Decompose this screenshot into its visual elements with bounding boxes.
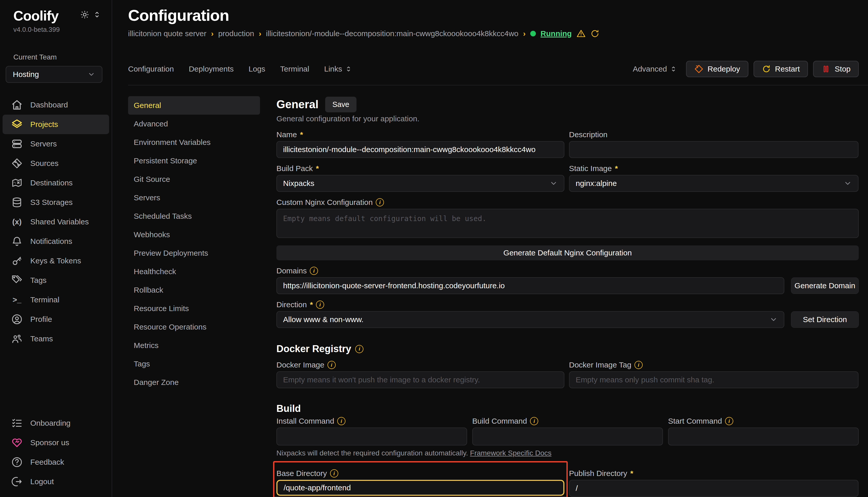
- sidebar-item-onboarding[interactable]: Onboarding: [3, 413, 109, 433]
- team-select[interactable]: Hosting: [6, 66, 102, 83]
- sidebar-item-shared-variables[interactable]: (x) Shared Variables: [3, 212, 109, 231]
- info-icon[interactable]: i: [328, 361, 336, 369]
- main-area: Configuration illicitonion quote server …: [112, 0, 868, 497]
- breadcrumb-application[interactable]: illicitestonion/-module--decomposition:m…: [266, 29, 519, 38]
- breadcrumb-project[interactable]: illicitonion quote server: [128, 29, 206, 38]
- tab-links[interactable]: Links: [324, 65, 353, 73]
- sun-icon[interactable]: [80, 10, 89, 19]
- sidebar-item-destinations[interactable]: Destinations: [3, 173, 109, 193]
- home-icon: [11, 99, 23, 111]
- subnav-item-preview-deployments[interactable]: Preview Deployments: [128, 244, 260, 262]
- name-label: Name*: [276, 130, 564, 139]
- sidebar-item-teams[interactable]: Teams: [3, 329, 109, 349]
- sidebar-item-profile[interactable]: Profile: [3, 310, 109, 329]
- stop-button[interactable]: Stop: [813, 61, 859, 77]
- subnav-item-servers[interactable]: Servers: [128, 188, 260, 207]
- subnav-item-advanced[interactable]: Advanced: [128, 115, 260, 133]
- breadcrumb-separator: ›: [211, 29, 213, 38]
- sidebar-item-label: Keys & Tokens: [30, 256, 81, 265]
- sidebar-item-tags[interactable]: Tags: [3, 271, 109, 290]
- sidebar-item-sponsor-us[interactable]: Sponsor us: [3, 433, 109, 452]
- subnav-item-persistent-storage[interactable]: Persistent Storage: [128, 152, 260, 170]
- framework-docs-link[interactable]: Framework Specific Docs: [470, 449, 551, 457]
- sidebar-item-servers[interactable]: Servers: [3, 134, 109, 154]
- install-command-input[interactable]: [276, 427, 467, 445]
- info-icon[interactable]: i: [355, 345, 363, 353]
- sidebar-item-keys-tokens[interactable]: Keys & Tokens: [3, 251, 109, 271]
- build-pack-value: Nixpacks: [283, 179, 314, 188]
- restart-button[interactable]: Restart: [754, 61, 808, 77]
- subnav-item-resource-limits[interactable]: Resource Limits: [128, 299, 260, 318]
- warning-icon[interactable]: [576, 29, 586, 38]
- direction-select[interactable]: Allow www & non-www.: [276, 311, 784, 328]
- sidebar-item-terminal[interactable]: >_ Terminal: [3, 290, 109, 310]
- subnav-item-healthcheck[interactable]: Healthcheck: [128, 262, 260, 281]
- subnav-item-environment-variables[interactable]: Environment Variables: [128, 133, 260, 152]
- sidebar-item-dashboard[interactable]: Dashboard: [3, 95, 109, 115]
- general-form: General Save General configuration for y…: [276, 96, 859, 497]
- description-input[interactable]: [569, 141, 858, 158]
- docker-image-tag-input[interactable]: [569, 371, 858, 388]
- tab-configuration[interactable]: Configuration: [128, 65, 174, 73]
- sidebar-item-s3-storages[interactable]: S3 Storages: [3, 193, 109, 212]
- subnav-item-resource-operations[interactable]: Resource Operations: [128, 318, 260, 336]
- sidebar-item-logout[interactable]: Logout: [3, 472, 109, 491]
- refresh-icon[interactable]: [590, 29, 600, 38]
- breadcrumb-environment[interactable]: production: [218, 29, 254, 38]
- save-button[interactable]: Save: [325, 97, 357, 112]
- subnav-item-webhooks[interactable]: Webhooks: [128, 225, 260, 244]
- subnav-item-rollback[interactable]: Rollback: [128, 281, 260, 299]
- build-pack-select[interactable]: Nixpacks: [276, 175, 564, 192]
- sidebar: Coolify v4.0.0-beta.399 Current Team Hos…: [0, 0, 112, 497]
- brand-logo[interactable]: Coolify: [13, 8, 58, 24]
- logo-row: Coolify: [0, 0, 112, 24]
- sidebar-item-notifications[interactable]: Notifications: [3, 231, 109, 251]
- docker-image-input[interactable]: [276, 371, 564, 388]
- info-icon[interactable]: i: [330, 469, 338, 478]
- domains-input[interactable]: [276, 277, 784, 294]
- header-actions: Advanced Redeploy Restart Stop: [633, 61, 859, 77]
- info-icon[interactable]: i: [310, 267, 318, 275]
- sidebar-item-projects[interactable]: Projects: [3, 115, 109, 134]
- redeploy-button[interactable]: Redeploy: [686, 61, 748, 77]
- subnav-item-metrics[interactable]: Metrics: [128, 336, 260, 355]
- build-command-input[interactable]: [472, 427, 663, 445]
- info-icon[interactable]: i: [376, 198, 384, 207]
- generate-domain-button[interactable]: Generate Domain: [791, 278, 859, 294]
- section-heading-general: General: [276, 98, 318, 111]
- chevrons-up-down-icon: [345, 65, 353, 73]
- subnav-item-general[interactable]: General: [128, 96, 260, 115]
- sidebar-item-feedback[interactable]: Feedback: [3, 452, 109, 472]
- generate-nginx-button[interactable]: Generate Default Nginx Configuration: [276, 245, 859, 260]
- info-icon[interactable]: i: [316, 301, 324, 309]
- publish-directory-input[interactable]: [569, 480, 858, 497]
- sidebar-item-sources[interactable]: Sources: [3, 154, 109, 173]
- info-icon[interactable]: i: [725, 417, 733, 425]
- info-icon[interactable]: i: [337, 417, 345, 425]
- tab-deployments[interactable]: Deployments: [189, 65, 234, 73]
- sidebar-item-label: Tags: [30, 276, 46, 285]
- status-running-link[interactable]: Running: [540, 29, 572, 38]
- start-command-input[interactable]: [668, 427, 859, 445]
- tab-logs[interactable]: Logs: [249, 65, 265, 73]
- info-icon[interactable]: i: [530, 417, 538, 425]
- user-icon: [11, 314, 23, 325]
- breadcrumb-separator: ›: [523, 29, 526, 38]
- tab-terminal[interactable]: Terminal: [280, 65, 309, 73]
- set-direction-button[interactable]: Set Direction: [791, 311, 859, 328]
- name-input[interactable]: [276, 141, 564, 158]
- static-image-select[interactable]: nginx:alpine: [569, 175, 858, 192]
- breadcrumb-separator: ›: [259, 29, 261, 38]
- docker-image-tag-label: Docker Image Tagi: [569, 360, 858, 369]
- subnav-item-scheduled-tasks[interactable]: Scheduled Tasks: [128, 207, 260, 225]
- subnav-item-danger-zone[interactable]: Danger Zone: [128, 373, 260, 392]
- current-team-label: Current Team: [13, 53, 98, 61]
- base-directory-input[interactable]: [276, 480, 564, 496]
- subnav-item-git-source[interactable]: Git Source: [128, 170, 260, 188]
- custom-nginx-textarea[interactable]: [276, 209, 859, 238]
- bell-icon: [11, 236, 23, 247]
- subnav-item-tags[interactable]: Tags: [128, 355, 260, 373]
- advanced-dropdown[interactable]: Advanced: [633, 65, 677, 73]
- chevrons-up-down-icon[interactable]: [93, 10, 101, 19]
- info-icon[interactable]: i: [634, 361, 643, 369]
